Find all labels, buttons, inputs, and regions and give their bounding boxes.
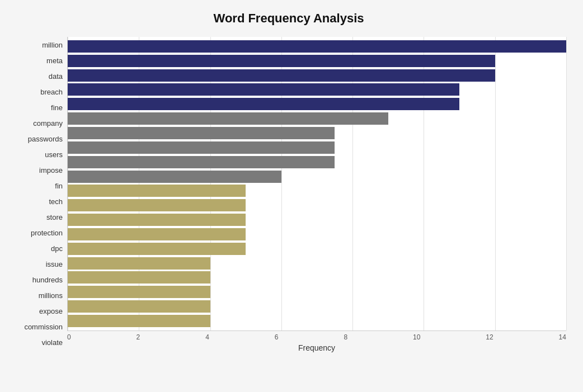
y-axis-label: fine: [51, 100, 63, 115]
bar-row: [68, 97, 566, 111]
bar-row: [68, 40, 566, 53]
x-tick: 6: [275, 333, 279, 341]
bar: [68, 185, 246, 197]
x-tick: 12: [486, 333, 493, 341]
y-axis-label: store: [46, 210, 63, 225]
y-axis-label: hundreds: [32, 272, 63, 288]
bar: [68, 257, 210, 270]
bar: [68, 127, 335, 139]
y-axis-label: fin: [55, 178, 63, 193]
bar: [68, 243, 246, 255]
bar-row: [68, 155, 566, 169]
bar: [68, 286, 210, 298]
bar: [68, 98, 459, 110]
y-axis-label: millions: [39, 288, 63, 304]
bar: [68, 40, 566, 53]
bar: [68, 69, 495, 82]
y-axis-label: impose: [39, 162, 63, 178]
bar-row: [68, 83, 566, 96]
bar: [68, 300, 210, 313]
bar-row: [68, 257, 566, 270]
chart-area: millionmetadatabreachfinecompanypassword…: [11, 37, 566, 351]
y-axis-label: data: [49, 68, 63, 84]
y-axis-label: commission: [24, 319, 63, 335]
bar-row: [68, 271, 566, 284]
bar: [68, 83, 459, 96]
bar: [68, 171, 281, 183]
bar-row: [68, 228, 566, 241]
bar: [68, 315, 210, 327]
y-axis-label: breach: [40, 84, 63, 100]
bar-row: [68, 242, 566, 256]
bar: [68, 271, 210, 284]
x-axis: 02468101214: [67, 331, 566, 341]
chart-container: Word Frequency Analysis millionmetadatab…: [0, 0, 583, 392]
x-tick: 0: [67, 333, 71, 341]
x-tick: 8: [344, 333, 347, 341]
y-axis-label: users: [45, 147, 63, 162]
x-tick: 2: [137, 333, 140, 341]
bar-row: [68, 314, 566, 328]
y-axis-label: dpc: [51, 241, 63, 257]
y-axis-label: meta: [46, 53, 63, 68]
bar-row: [68, 184, 566, 197]
grid-line: [566, 37, 567, 330]
y-axis-label: passwords: [28, 131, 63, 147]
bar-row: [68, 199, 566, 212]
bar: [68, 228, 246, 240]
y-axis-label: violate: [41, 335, 63, 351]
bar: [68, 214, 246, 226]
bar-row: [68, 170, 566, 183]
plot-area: 02468101214 Frequency: [67, 37, 566, 351]
bars-wrapper: [68, 37, 566, 330]
x-tick: 4: [205, 333, 209, 341]
y-axis-label: protection: [31, 225, 63, 241]
x-axis-label: Frequency: [67, 343, 566, 352]
bar: [68, 141, 335, 154]
bar-row: [68, 126, 566, 140]
bar-row: [68, 213, 566, 226]
y-axis: millionmetadatabreachfinecompanypassword…: [11, 37, 67, 351]
bar-row: [68, 285, 566, 299]
grid-and-bars: [67, 37, 566, 331]
chart-title: Word Frequency Analysis: [11, 11, 566, 26]
y-axis-label: issue: [46, 257, 63, 272]
y-axis-label: tech: [49, 193, 63, 209]
x-tick: 10: [413, 333, 420, 341]
y-axis-label: expose: [39, 304, 63, 319]
bar-row: [68, 54, 566, 68]
x-tick: 14: [559, 333, 566, 341]
bar-row: [68, 69, 566, 82]
bar: [68, 55, 495, 67]
bar-row: [68, 112, 566, 125]
bar: [68, 156, 335, 168]
bar-row: [68, 141, 566, 154]
bar: [68, 199, 246, 211]
y-axis-label: million: [42, 37, 63, 53]
bar: [68, 112, 388, 125]
y-axis-label: company: [33, 115, 63, 131]
bar-row: [68, 300, 566, 313]
